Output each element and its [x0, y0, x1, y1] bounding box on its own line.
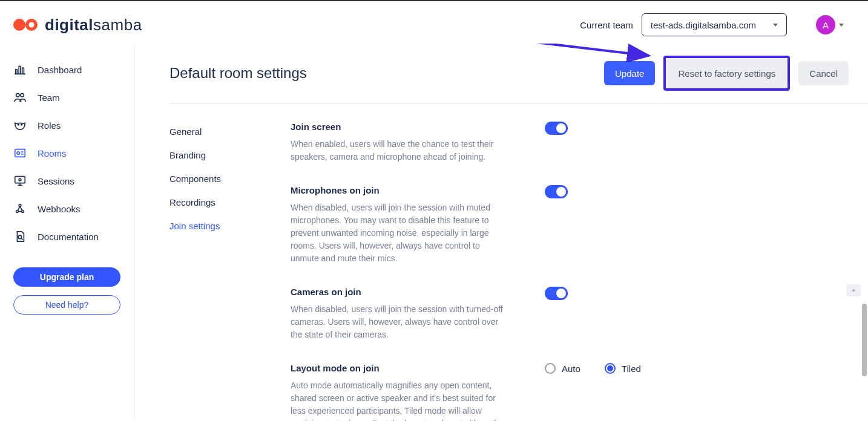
settings-list: Join screen When enabled, users will hav…: [291, 122, 763, 421]
sidebar-item-label: Documentation: [38, 232, 99, 242]
sidebar: Dashboard Team Roles Rooms Sessions: [0, 44, 134, 421]
badge-icon: [13, 146, 27, 160]
team-select-value: test-ads.digitalsamba.com: [651, 20, 756, 30]
setting-desc: When disabled, users will join the sessi…: [291, 303, 508, 341]
sidebar-item-dashboard[interactable]: Dashboard: [13, 56, 134, 83]
svg-line-23: [21, 238, 23, 240]
toggle-cameras[interactable]: [545, 287, 568, 300]
subnav-recordings[interactable]: Recordings: [169, 197, 254, 207]
svg-point-12: [17, 152, 20, 155]
sidebar-item-roles[interactable]: Roles: [13, 111, 134, 139]
setting-desc: Auto mode automatically magnifies any op…: [291, 379, 508, 421]
setting-title: Layout mode on join: [291, 363, 508, 373]
subnav-general[interactable]: General: [169, 126, 254, 137]
logo-mark-icon: [13, 18, 40, 32]
presentation-icon: [13, 174, 27, 188]
team-label: Current team: [580, 20, 633, 30]
setting-join-screen: Join screen When enabled, users will hav…: [291, 122, 763, 163]
svg-rect-6: [22, 68, 24, 74]
svg-rect-15: [15, 177, 25, 183]
page-title: Default room settings: [169, 65, 307, 82]
subnav-join-settings[interactable]: Join settings: [169, 221, 254, 231]
svg-point-19: [16, 211, 19, 213]
svg-point-18: [19, 178, 21, 181]
sidebar-item-rooms[interactable]: Rooms: [13, 139, 134, 167]
sidebar-item-documentation[interactable]: Documentation: [13, 223, 134, 250]
svg-point-7: [16, 94, 19, 97]
radio-label: Tiled: [622, 364, 641, 374]
svg-point-2: [29, 22, 35, 28]
avatar: A: [816, 15, 835, 34]
upgrade-plan-button[interactable]: Upgrade plan: [13, 267, 120, 287]
mask-icon: [13, 119, 27, 132]
radio-label: Auto: [562, 364, 580, 374]
setting-title: Microphones on join: [291, 185, 508, 195]
svg-rect-4: [16, 70, 18, 74]
setting-cameras-on-join: Cameras on join When disabled, users wil…: [291, 287, 763, 341]
scrollbar[interactable]: [862, 304, 867, 376]
support-widget-icon[interactable]: ✦: [846, 284, 861, 296]
chevron-down-icon: [773, 24, 778, 27]
settings-subnav: General Branding Components Recordings J…: [169, 122, 254, 421]
radio-auto[interactable]: Auto: [545, 363, 580, 374]
svg-point-10: [21, 124, 22, 125]
need-help-button[interactable]: Need help?: [13, 295, 120, 315]
logo-text: digitalsamba: [45, 16, 142, 34]
setting-desc: When enabled, users will have the chance…: [291, 138, 508, 163]
sidebar-item-label: Roles: [38, 120, 61, 131]
radio-tiled[interactable]: Tiled: [605, 363, 641, 374]
subnav-branding[interactable]: Branding: [169, 150, 254, 160]
sidebar-item-team[interactable]: Team: [13, 83, 134, 111]
toggle-join-screen[interactable]: [545, 122, 568, 135]
chevron-down-icon: [839, 24, 844, 27]
svg-point-9: [18, 124, 19, 125]
annotation-highlight-box: Reset to factory settings: [663, 56, 790, 91]
toggle-microphones[interactable]: [545, 185, 568, 198]
page-header: Default room settings Update Reset to fa…: [169, 56, 868, 103]
setting-layout-mode: Layout mode on join Auto mode automatica…: [291, 363, 763, 421]
setting-microphones-on-join: Microphones on join When disabled, users…: [291, 185, 763, 265]
main-content: Default room settings Update Reset to fa…: [134, 44, 868, 421]
svg-point-8: [21, 94, 24, 97]
users-icon: [13, 91, 27, 104]
svg-rect-5: [19, 67, 21, 74]
topbar: digitalsamba Current team test-ads.digit…: [0, 1, 868, 44]
setting-title: Join screen: [291, 122, 508, 132]
sidebar-item-label: Webhooks: [38, 204, 81, 214]
setting-desc: When disabled, users will join the sessi…: [291, 201, 508, 265]
logo[interactable]: digitalsamba: [13, 16, 142, 34]
setting-title: Cameras on join: [291, 287, 508, 297]
svg-point-21: [19, 204, 21, 207]
user-menu[interactable]: A: [816, 15, 844, 34]
update-button[interactable]: Update: [604, 61, 655, 85]
webhook-icon: [13, 202, 27, 215]
sidebar-item-label: Sessions: [38, 176, 74, 186]
sidebar-item-label: Dashboard: [38, 65, 82, 75]
sidebar-item-sessions[interactable]: Sessions: [13, 167, 134, 195]
team-select[interactable]: test-ads.digitalsamba.com: [642, 13, 787, 36]
reset-to-factory-button[interactable]: Reset to factory settings: [666, 58, 787, 88]
svg-point-0: [13, 19, 25, 31]
radio-group-layout-mode: Auto Tiled: [545, 363, 641, 374]
svg-point-20: [22, 211, 24, 213]
svg-line-25: [443, 44, 649, 56]
sidebar-item-webhooks[interactable]: Webhooks: [13, 195, 134, 223]
subnav-components[interactable]: Components: [169, 174, 254, 184]
document-search-icon: [13, 230, 27, 243]
sidebar-item-label: Team: [38, 93, 60, 103]
cancel-button[interactable]: Cancel: [798, 61, 849, 85]
sidebar-item-label: Rooms: [38, 148, 67, 158]
bar-chart-icon: [13, 63, 27, 76]
